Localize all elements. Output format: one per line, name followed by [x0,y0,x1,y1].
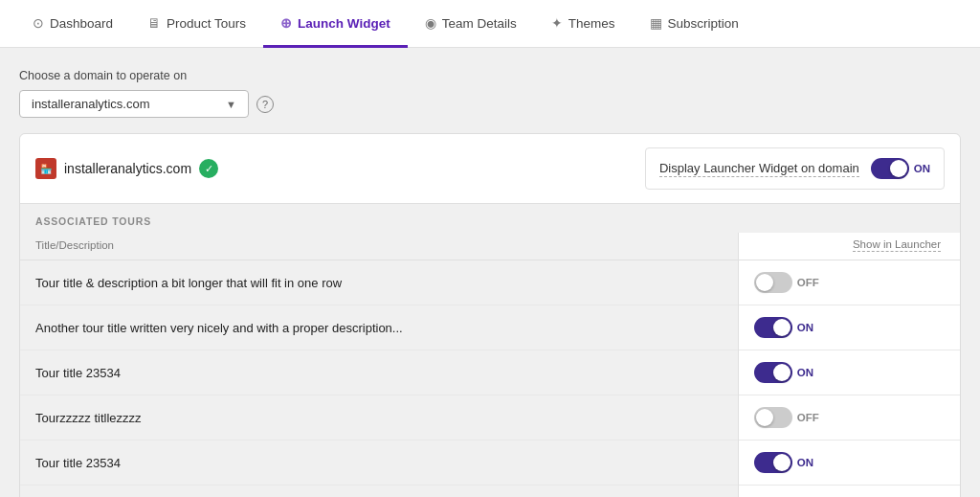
tour-show-toggle[interactable]: ON [754,452,941,473]
tour-toggle-cell: ON [738,486,960,498]
tour-toggle-cell: ON [738,305,960,350]
content-card: 🏪 installeranalytics.com ✓ Display Launc… [19,133,961,497]
toggle-track [871,158,909,179]
chevron-down-icon: ▼ [226,99,236,110]
display-toggle-label: Display Launcher Widget on domain [659,161,859,177]
tour-title-cell: Tourzzzzz titllezzzz [20,395,738,441]
tour-show-toggle[interactable]: ON [754,362,941,383]
domain-label: Choose a domain to operate on [19,69,961,82]
tour-toggle-cell: OFF [738,395,960,441]
tours-section: ASSOCIATED TOURS Title/Description Show … [20,204,960,497]
domain-select-wrapper: installeranalytics.com ▼ ? [19,90,961,118]
domain-selected-value: installeranalytics.com [32,97,150,111]
product-tours-icon: 🖥 [147,15,161,31]
tour-show-toggle[interactable]: OFF [754,407,941,428]
domain-name-text: installeranalytics.com [64,161,191,176]
team-details-icon: ◉ [425,15,436,31]
nav-item-dashboard[interactable]: ⊙ Dashboard [15,1,130,48]
table-row: Tourzzzzz titllezzzz ON [20,486,960,498]
toggle-track [754,407,792,428]
help-icon[interactable]: ? [256,96,274,113]
tour-toggle-cell: OFF [738,260,960,305]
toggle-thumb [773,454,791,471]
toggle-track [754,452,792,473]
help-icon-text: ? [262,99,268,110]
favicon-icon: 🏪 [40,164,52,174]
nav-item-subscription[interactable]: ▦ Subscription [633,1,756,48]
tour-show-toggle[interactable]: OFF [754,272,941,293]
table-row: Tour title 23534 ON [20,350,960,395]
tour-title-cell: Tour title 23534 [20,350,738,395]
table-row: Tour title & description a bit longer th… [20,260,960,305]
dashboard-icon: ⊙ [33,15,44,31]
themes-icon: ✦ [551,15,563,31]
col-header-title: Title/Description [20,233,738,260]
toggle-state-label: OFF [797,277,819,288]
table-row: Tour title 23534 ON [20,441,960,486]
main-content: Choose a domain to operate on installera… [0,48,980,497]
toggle-thumb [773,319,791,336]
checkmark-icon: ✓ [205,163,213,175]
nav-label-subscription: Subscription [668,16,739,31]
nav-label-product-tours: Product Tours [167,16,246,31]
domain-info: 🏪 installeranalytics.com ✓ [35,158,218,179]
launch-widget-icon: ⊕ [280,15,292,31]
toggle-state-label: ON [797,367,813,378]
col-header-show: Show in Launcher [738,233,960,260]
verified-icon: ✓ [199,159,218,178]
tours-table: Title/Description Show in Launcher Tour … [20,233,960,497]
show-col-label: Show in Launcher [853,238,941,252]
table-row: Another tour title written very nicely a… [20,305,960,350]
domain-dropdown[interactable]: installeranalytics.com ▼ [19,90,249,118]
top-navigation: ⊙ Dashboard 🖥 Product Tours ⊕ Launch Wid… [0,0,980,48]
tour-title-cell: Tourzzzzz titllezzzz [20,486,738,498]
toggle-thumb [756,274,773,291]
toggle-thumb [773,364,791,381]
toggle-track [754,317,792,338]
tours-section-heading: ASSOCIATED TOURS [20,204,960,233]
nav-label-launch-widget: Launch Widget [298,16,390,31]
table-row: Tourzzzzz titllezzzz OFF [20,395,960,441]
toggle-state-label: ON [797,457,813,468]
tour-title-cell: Tour title 23534 [20,441,738,486]
title-col-label: Title/Description [35,239,114,251]
nav-item-themes[interactable]: ✦ Themes [534,1,633,48]
nav-label-team-details: Team Details [442,16,517,31]
nav-label-dashboard: Dashboard [50,16,113,31]
tour-title-cell: Tour title & description a bit longer th… [20,260,738,305]
toggle-state-label: ON [797,322,813,333]
tour-toggle-cell: ON [738,350,960,395]
toggle-thumb [890,160,907,177]
tour-title-cell: Another tour title written very nicely a… [20,305,738,350]
domain-favicon: 🏪 [35,158,56,179]
toggle-state-label: OFF [797,412,819,423]
domain-header: 🏪 installeranalytics.com ✓ Display Launc… [20,134,960,204]
nav-item-launch-widget[interactable]: ⊕ Launch Widget [263,1,408,48]
toggle-thumb [756,409,773,426]
subscription-icon: ▦ [650,15,662,31]
toggle-track [754,272,792,293]
display-toggle-section: Display Launcher Widget on domain ON [645,147,945,190]
toggle-track [754,362,792,383]
nav-item-product-tours[interactable]: 🖥 Product Tours [130,1,263,48]
tour-show-toggle[interactable]: ON [754,317,941,338]
tour-toggle-cell: ON [738,441,960,486]
nav-item-team-details[interactable]: ◉ Team Details [408,1,534,48]
nav-label-themes: Themes [568,16,615,31]
display-launcher-toggle[interactable]: ON [871,158,930,179]
toggle-on-label: ON [914,163,930,174]
